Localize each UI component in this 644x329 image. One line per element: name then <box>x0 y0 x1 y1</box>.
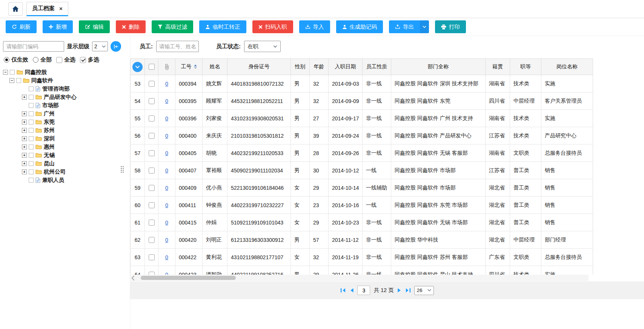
page-input[interactable] <box>357 286 370 295</box>
table-row[interactable]: 61 0 000415 仲娟 510921199109101043 女 29 2… <box>131 214 593 231</box>
attachment-link[interactable]: 0 <box>165 254 168 260</box>
scroll-left-icon[interactable] <box>131 275 135 281</box>
last-page-button[interactable] <box>405 288 411 293</box>
refresh-button[interactable]: 刷新 <box>6 20 37 33</box>
attachment-link[interactable]: 0 <box>165 133 168 139</box>
tree-expander[interactable]: + <box>22 169 27 174</box>
attachment-link[interactable]: 0 <box>165 98 168 104</box>
attachment-link[interactable]: 0 <box>165 168 168 174</box>
tree-checkbox[interactable] <box>29 103 34 108</box>
tree-checkbox[interactable] <box>29 95 34 100</box>
multi-select-checkbox[interactable] <box>80 57 86 63</box>
tree-expander[interactable]: − <box>9 78 14 83</box>
tree-expander[interactable]: + <box>22 136 27 141</box>
tree-checkbox[interactable] <box>29 153 34 158</box>
col-header-employee-type[interactable]: 员工性质 <box>363 59 391 75</box>
import-button[interactable]: 导入 <box>299 20 330 33</box>
tree-expander[interactable]: + <box>22 111 27 116</box>
tree-item[interactable]: + 苏州 <box>0 126 130 134</box>
row-checkbox[interactable] <box>149 168 155 174</box>
home-button[interactable] <box>8 2 23 16</box>
tree-expander[interactable]: + <box>22 145 27 149</box>
table-row[interactable]: 58 0 000407 覃裕顺 450902199011102034 男 30 … <box>131 162 593 179</box>
select-all-option[interactable]: 全选 <box>56 56 75 63</box>
advanced-filter-button[interactable]: 高级过滤 <box>152 20 193 33</box>
attachment-link[interactable]: 0 <box>165 81 168 87</box>
only-active-option[interactable]: 仅生效 <box>4 56 28 63</box>
horizontal-scrollbar[interactable] <box>130 275 589 281</box>
col-header-id-number[interactable]: 身份证号 <box>227 59 291 75</box>
tree-expander[interactable]: − <box>3 70 8 75</box>
table-row[interactable]: 55 0 000396 刘家俊 431023199308020531 男 27 … <box>131 110 593 127</box>
close-icon[interactable]: × <box>59 5 63 12</box>
multi-select-option[interactable]: 多选 <box>80 56 99 63</box>
tree-item[interactable]: + 昆山 <box>0 159 130 168</box>
print-button[interactable]: 打印 <box>435 20 466 33</box>
attachment-link[interactable]: 0 <box>165 150 168 156</box>
tree-checkbox[interactable] <box>29 169 34 174</box>
col-header-department[interactable]: 部门全称 <box>391 59 486 75</box>
table-row[interactable]: 63 0 000422 黄利花 431021198802177107 女 32 … <box>131 249 593 266</box>
add-button[interactable]: 新增 <box>43 20 73 33</box>
tree-item[interactable]: + 产品研发中心 <box>0 93 130 101</box>
table-row[interactable]: 62 0 000420 刘明正 612133196303300912 男 57 … <box>131 231 593 249</box>
attachment-link[interactable]: 0 <box>165 115 168 121</box>
temp-worker-regularize-button[interactable]: 临时工转正 <box>199 20 246 33</box>
export-dropdown-button[interactable] <box>420 20 429 33</box>
table-row[interactable]: 56 0 000400 来庆庆 210103198105301812 男 39 … <box>131 127 593 145</box>
tree-checkbox[interactable] <box>29 161 34 166</box>
col-header-position[interactable]: 岗位名称 <box>541 59 593 75</box>
employee-search-input[interactable] <box>156 41 199 52</box>
row-checkbox[interactable] <box>149 115 155 121</box>
tree-checkbox[interactable] <box>29 120 34 125</box>
all-option[interactable]: 全部 <box>33 56 52 63</box>
tree-expander[interactable]: + <box>22 161 27 166</box>
sort-icon[interactable] <box>194 65 197 69</box>
employee-status-select[interactable]: 在职 <box>244 41 281 52</box>
table-row[interactable]: 53 0 000394 姚文辉 440183198810072132 男 32 … <box>131 75 593 92</box>
row-checkbox[interactable] <box>149 185 155 191</box>
row-checkbox[interactable] <box>149 98 155 104</box>
tree-item[interactable]: − 同鑫控股 <box>0 68 130 76</box>
sidebar-resize-handle[interactable] <box>121 166 124 173</box>
table-row[interactable]: 54 0 000395 顾耀军 445321198812052211 男 32 … <box>131 92 593 110</box>
tree-checkbox[interactable] <box>29 178 34 183</box>
attachment-link[interactable]: 0 <box>165 272 168 275</box>
tree-item[interactable]: + 杭州公司 <box>0 168 130 176</box>
row-checkbox[interactable] <box>149 81 155 87</box>
row-checkbox[interactable] <box>149 133 155 139</box>
tree-expander[interactable]: + <box>22 128 27 133</box>
attachment-link[interactable]: 0 <box>165 202 168 208</box>
tree-item[interactable]: + 东莞 <box>0 118 130 126</box>
row-checkbox[interactable] <box>149 272 155 275</box>
tab-employee-archive[interactable]: 员工档案 × <box>26 2 68 16</box>
tree-checkbox[interactable] <box>29 111 34 116</box>
all-radio[interactable] <box>33 57 38 63</box>
table-row[interactable]: 64 0 000423 谭智勋 440221199108252716 男 29 … <box>131 266 593 275</box>
col-header-age[interactable]: 年龄 <box>310 59 329 75</box>
attachment-link[interactable]: 0 <box>165 185 168 191</box>
select-all-checkbox[interactable] <box>56 57 62 63</box>
tree-expander[interactable]: + <box>22 153 27 158</box>
tree-item[interactable]: 管理咨询部 <box>0 85 130 93</box>
row-checkbox[interactable] <box>149 254 155 260</box>
tree-item[interactable]: + 无锡 <box>0 151 130 159</box>
col-header-hire-date[interactable]: 入职日期 <box>329 59 363 75</box>
attachment-link[interactable]: 0 <box>165 220 168 226</box>
tree-item[interactable]: − 同鑫软件 <box>0 76 130 85</box>
attachment-link[interactable]: 0 <box>165 237 168 243</box>
row-checkbox[interactable] <box>149 150 155 156</box>
table-row[interactable]: 59 0 000409 优小燕 522130199106184046 女 29 … <box>131 179 593 197</box>
next-page-button[interactable] <box>397 288 402 293</box>
tree-item[interactable]: 市场部 <box>0 101 130 109</box>
table-row[interactable]: 60 0 000411 钟俊燕 440223199710232227 女 23 … <box>131 197 593 214</box>
edit-button[interactable]: 编辑 <box>79 20 110 33</box>
select-all-rows-checkbox[interactable] <box>149 64 155 70</box>
first-page-button[interactable] <box>340 288 346 293</box>
prev-page-button[interactable] <box>349 288 354 293</box>
expand-all-button[interactable] <box>132 62 143 72</box>
col-header-native-place[interactable]: 籍贯 <box>486 59 510 75</box>
row-checkbox[interactable] <box>149 220 155 226</box>
table-row[interactable]: 57 0 000405 胡晓 440232199211020533 男 28 2… <box>131 145 593 162</box>
tree-expander[interactable]: + <box>22 95 27 100</box>
